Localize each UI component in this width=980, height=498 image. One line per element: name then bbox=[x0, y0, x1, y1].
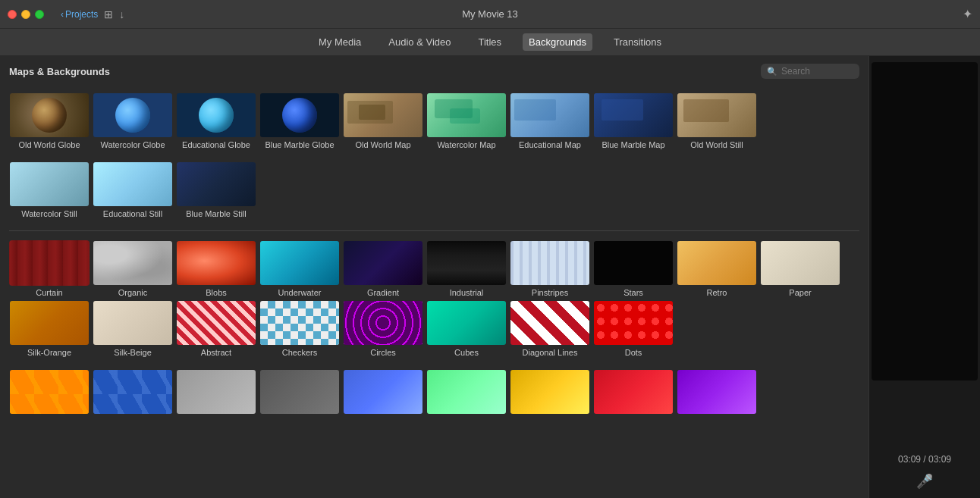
list-item[interactable]: Silk-Orange bbox=[9, 300, 90, 357]
traffic-lights bbox=[8, 10, 44, 19]
list-item[interactable]: Organic bbox=[93, 240, 173, 297]
list-item[interactable]: Paper bbox=[760, 240, 840, 297]
minimize-button[interactable] bbox=[21, 10, 30, 19]
nav-tabs: My Media Audio & Video Titles Background… bbox=[0, 29, 980, 56]
triangles-blue-thumb bbox=[93, 369, 173, 415]
window-title: My Movie 13 bbox=[462, 8, 518, 20]
timecode-total: 03:09 bbox=[928, 454, 951, 465]
item-label: Circles bbox=[370, 348, 396, 357]
list-item[interactable]: Watercolor Still bbox=[9, 161, 90, 218]
list-item[interactable]: Underwater bbox=[259, 240, 340, 297]
list-item[interactable]: Checkers bbox=[259, 300, 340, 357]
list-item[interactable]: Curtain bbox=[9, 240, 90, 297]
retro-thumb bbox=[677, 240, 757, 286]
yellow-grad-thumb bbox=[510, 369, 590, 415]
item-label: Gradient bbox=[367, 288, 399, 297]
item-label: Educational Globe bbox=[182, 140, 250, 149]
list-item[interactable]: Educational Map bbox=[510, 92, 590, 149]
titlebar: ‹ Projects ⊞ ↓ My Movie 13 ✦ bbox=[0, 0, 980, 29]
backgrounds-section: Curtain Organic Blobs bbox=[9, 240, 859, 357]
item-label: Cubes bbox=[454, 348, 479, 357]
watercolor-map-thumb bbox=[426, 92, 507, 138]
list-item[interactable] bbox=[677, 369, 757, 415]
grid-icon[interactable]: ⊞ bbox=[104, 8, 113, 20]
tab-transitions[interactable]: Transitions bbox=[608, 33, 667, 51]
list-item[interactable] bbox=[259, 369, 340, 415]
projects-button[interactable]: ‹ Projects bbox=[61, 9, 98, 20]
abstract-thumb bbox=[176, 300, 256, 346]
tab-my-media[interactable]: My Media bbox=[313, 33, 367, 51]
list-item[interactable]: Stars bbox=[593, 240, 674, 297]
list-item[interactable] bbox=[9, 369, 90, 415]
timecode-separator: / bbox=[923, 454, 925, 465]
pinstripes-thumb bbox=[510, 240, 590, 286]
list-item[interactable]: Watercolor Map bbox=[426, 92, 507, 149]
tab-audio-video[interactable]: Audio & Video bbox=[382, 33, 457, 51]
list-item[interactable]: Educational Still bbox=[93, 161, 173, 218]
industrial-thumb bbox=[426, 240, 507, 286]
item-label: Dots bbox=[625, 348, 642, 357]
checkers-thumb bbox=[259, 300, 340, 346]
maximize-button[interactable] bbox=[35, 10, 44, 19]
list-item[interactable] bbox=[176, 369, 256, 415]
list-item[interactable]: Circles bbox=[343, 300, 423, 357]
tab-titles[interactable]: Titles bbox=[472, 33, 507, 51]
list-item[interactable]: Dots bbox=[593, 300, 674, 357]
old-world-map-thumb bbox=[343, 92, 423, 138]
list-item[interactable]: Blue Marble Globe bbox=[259, 92, 340, 149]
list-item[interactable] bbox=[343, 369, 423, 415]
item-label: Blue Marble Map bbox=[602, 140, 664, 149]
magic-wand-icon[interactable]: ✦ bbox=[963, 7, 972, 21]
search-box[interactable]: 🔍 bbox=[761, 64, 859, 79]
list-item[interactable]: Cubes bbox=[426, 300, 507, 357]
paper-thumb bbox=[760, 240, 840, 286]
list-item[interactable]: Diagonal Lines bbox=[510, 300, 590, 357]
list-item[interactable] bbox=[93, 369, 173, 415]
backgrounds-grid: Curtain Organic Blobs bbox=[9, 240, 859, 357]
tab-backgrounds[interactable]: Backgrounds bbox=[523, 33, 592, 51]
item-label: Curtain bbox=[36, 288, 62, 297]
list-item[interactable]: Old World Map bbox=[343, 92, 423, 149]
list-item[interactable]: Watercolor Globe bbox=[93, 92, 173, 149]
list-item[interactable] bbox=[426, 369, 507, 415]
watercolor-still-thumb bbox=[9, 161, 90, 207]
educational-globe-thumb bbox=[176, 92, 256, 138]
list-item[interactable] bbox=[510, 369, 590, 415]
list-item[interactable]: Pinstripes bbox=[510, 240, 590, 297]
list-item[interactable]: Retro bbox=[677, 240, 757, 297]
item-label: Blobs bbox=[206, 288, 227, 297]
list-item[interactable]: Abstract bbox=[176, 300, 256, 357]
left-panel: Maps & Backgrounds 🔍 Old World bbox=[0, 56, 868, 498]
microphone-button[interactable]: 🎤 bbox=[914, 471, 935, 492]
gray1-thumb bbox=[176, 369, 256, 415]
down-arrow-icon[interactable]: ↓ bbox=[119, 8, 124, 20]
silk-beige-thumb bbox=[93, 300, 173, 346]
maps-grid: Old World Globe Watercolor Globe bbox=[9, 92, 859, 149]
list-item[interactable]: Industrial bbox=[426, 240, 507, 297]
item-label: Educational Map bbox=[519, 140, 581, 149]
gradient-thumb bbox=[343, 240, 423, 286]
gray2-thumb bbox=[259, 369, 340, 415]
extra-grid bbox=[9, 369, 859, 415]
close-button[interactable] bbox=[8, 10, 17, 19]
list-item[interactable]: Silk-Beige bbox=[93, 300, 173, 357]
main-layout: Maps & Backgrounds 🔍 Old World bbox=[0, 56, 980, 498]
item-label: Watercolor Globe bbox=[100, 140, 165, 149]
list-item[interactable]: Blobs bbox=[176, 240, 256, 297]
list-item[interactable]: Old World Globe bbox=[9, 92, 90, 149]
list-item[interactable]: Blue Marble Still bbox=[176, 161, 256, 218]
item-label: Checkers bbox=[282, 348, 317, 357]
list-item[interactable]: Blue Marble Map bbox=[593, 92, 674, 149]
old-world-globe-thumb bbox=[9, 92, 90, 138]
triangles-orange-thumb bbox=[9, 369, 90, 415]
list-item[interactable] bbox=[593, 369, 674, 415]
list-item[interactable]: Educational Globe bbox=[176, 92, 256, 149]
item-label: Stars bbox=[623, 288, 643, 297]
extra-section bbox=[9, 369, 859, 415]
item-label: Organic bbox=[118, 288, 148, 297]
titlebar-right-icons: ✦ bbox=[963, 7, 972, 21]
list-item[interactable]: Old World Still bbox=[677, 92, 757, 149]
list-item[interactable]: Gradient bbox=[343, 240, 423, 297]
circles-thumb bbox=[343, 300, 423, 346]
search-input[interactable] bbox=[781, 66, 850, 77]
